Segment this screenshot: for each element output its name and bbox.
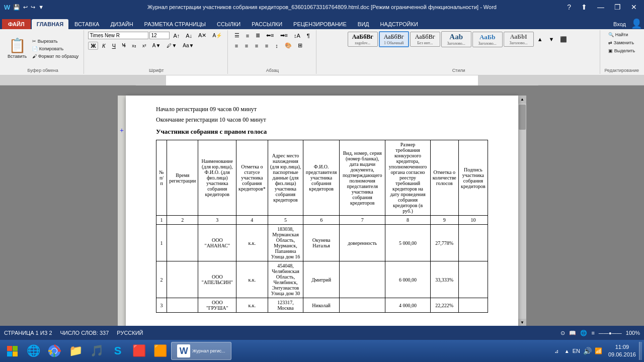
align-left-btn[interactable]: ≡ [232, 42, 241, 50]
start-btn[interactable] [2, 342, 22, 360]
justify-btn[interactable]: ≡ [262, 42, 271, 50]
scroll-thumb[interactable] [519, 105, 526, 130]
sort-btn[interactable]: ↕A [291, 32, 303, 40]
shading-btn[interactable]: 🎨 [282, 41, 294, 50]
app1-btn[interactable]: 🟥 [129, 342, 149, 360]
quick-save-btn[interactable]: 💾 [13, 4, 20, 11]
minimize-btn[interactable]: — [594, 3, 607, 11]
numbering-btn[interactable]: ≡ [243, 32, 252, 40]
underline-btn[interactable]: Ч [109, 42, 118, 50]
replace-btn[interactable]: ⇄ Заменить [606, 39, 637, 46]
multilevel-btn[interactable]: ≣ [253, 31, 263, 40]
decrease-indent-btn[interactable]: ⬅≡ [264, 31, 276, 40]
media-btn[interactable]: 🎵 [87, 342, 107, 360]
notification-arrow[interactable]: ▲ [565, 348, 570, 354]
view-outline-btn[interactable]: ≡ [591, 330, 594, 336]
explorer-btn[interactable]: 📁 [65, 342, 86, 360]
font-name-input[interactable] [88, 32, 148, 39]
cut-btn[interactable]: ✂ Вырезать [30, 38, 80, 45]
num-7: 7 [339, 216, 385, 225]
bullets-btn[interactable]: ☰ [232, 31, 242, 40]
network-icon[interactable]: 📶 [595, 347, 602, 354]
styles-scroll-down[interactable]: ▼ [546, 35, 557, 43]
show-desktop-btn[interactable]: ⊿ [554, 348, 558, 354]
show-desktop-strip[interactable] [639, 342, 642, 360]
volume-icon[interactable]: 🔊 [583, 347, 592, 355]
view-web-btn[interactable]: 🌐 [580, 330, 587, 336]
superscript-btn[interactable]: x² [140, 42, 149, 49]
tab-view[interactable]: ВИД [353, 19, 374, 29]
signin-btn[interactable]: Вход [609, 19, 630, 29]
strikethrough-btn[interactable]: Ч̶ [119, 41, 128, 50]
align-right-btn[interactable]: ≡ [252, 42, 261, 50]
customize-btn[interactable]: ▼ [38, 4, 44, 10]
start-icon [5, 344, 19, 358]
change-case-btn[interactable]: Aa▼ [180, 42, 196, 49]
tab-mailings[interactable]: РАССЫЛКИ [247, 19, 287, 29]
styles-more[interactable]: ⬛ [557, 35, 570, 44]
paste-btn[interactable]: 📋 Вставить [5, 37, 29, 60]
ribbon: 📋 Вставить ✂ Вырезать 📄 Копировать 🖌 Фор… [0, 29, 644, 75]
section-title: Участники собрания с правом голоса [156, 128, 488, 136]
styles-scroll-up[interactable]: ▲ [535, 35, 545, 43]
highlight-btn[interactable]: 🖊▼ [164, 42, 179, 49]
tab-layout[interactable]: РАЗМЕТКА СТРАНИЦЫ [139, 19, 211, 29]
font-size-input[interactable] [149, 32, 170, 39]
title-bar-left: W 💾 ↩ ↪ ▼ [4, 4, 44, 11]
format-painter-btn[interactable]: 🖌 Формат по образцу [30, 53, 80, 60]
ie-btn[interactable]: 🌐 [23, 342, 43, 360]
style-normal[interactable]: АаБбВг 1 Обычный [379, 31, 409, 47]
undo-btn[interactable]: ↩ [23, 4, 28, 11]
row2-rep: Дмитрий [303, 261, 340, 298]
document-page[interactable]: Начало регистрации 09 часов 00 минут Око… [126, 96, 518, 337]
zoom-slider[interactable]: ——●—— [599, 330, 622, 336]
scroll-up-btn[interactable]: ▲ [518, 96, 526, 104]
help-btn[interactable]: ? [564, 3, 574, 11]
style-heading2[interactable]: АаБb Заголово... [472, 32, 503, 47]
subscript-btn[interactable]: x₂ [129, 42, 139, 49]
find-btn[interactable]: 🔍 Найти [606, 31, 637, 38]
restore-btn[interactable]: ❐ [611, 3, 624, 11]
clear-format-btn[interactable]: A✕ [196, 31, 209, 40]
view-print-btn[interactable]: 📖 [569, 330, 576, 336]
bold-btn[interactable]: Ж [88, 42, 98, 50]
copy-btn[interactable]: 📄 Копировать [30, 45, 80, 52]
document-area[interactable]: + Начало регистрации 09 часов 00 минут О… [0, 85, 644, 337]
text-effects-btn[interactable]: A⚡ [210, 32, 224, 39]
tab-addins[interactable]: НАДСТРОЙКИ [375, 19, 423, 29]
skype-btn[interactable]: S [108, 342, 128, 360]
style-zagolov[interactable]: АаБбВг zagolov... [348, 32, 378, 47]
row1-votes: 27,778% [430, 225, 458, 261]
app2-btn[interactable]: 🟧 [150, 342, 170, 360]
tab-references[interactable]: ССЫЛКИ [212, 19, 246, 29]
italic-btn[interactable]: К [99, 42, 108, 50]
chrome-btn[interactable] [44, 342, 64, 360]
right-scrollbar[interactable]: ▲ ▼ [518, 96, 526, 327]
tab-home[interactable]: ГЛАВНАЯ [32, 19, 68, 29]
shrink-font-btn[interactable]: A↓ [183, 32, 195, 40]
line-spacing-btn[interactable]: ↕ [272, 42, 281, 50]
increase-indent-btn[interactable]: ➡≡ [278, 31, 290, 40]
borders-btn[interactable]: ⊞ [295, 41, 305, 50]
align-center-btn[interactable]: ≡ [242, 42, 251, 50]
lang-indicator[interactable]: EN [573, 348, 580, 354]
style-heading1[interactable]: Аab Заголово... [441, 31, 471, 47]
close-btn[interactable]: ✕ [628, 3, 640, 11]
tab-insert[interactable]: ВСТАВКА [69, 19, 104, 29]
show-marks-btn[interactable]: ¶ [304, 32, 313, 40]
select-btn[interactable]: ▣ Выделить [606, 47, 637, 54]
clock[interactable]: 11:09 09.06.2016 [608, 343, 636, 359]
tab-design[interactable]: ДИЗАЙН [105, 19, 138, 29]
grow-font-btn[interactable]: A↑ [171, 32, 182, 40]
col-signature: Подпись участника собрания кредиторов [458, 140, 488, 216]
style-heading3[interactable]: АаБbI Заголово... [504, 32, 534, 47]
add-content-btn[interactable]: + [120, 127, 124, 135]
ribbon-collapse-btn[interactable]: ⬆ [578, 3, 590, 11]
font-color-btn[interactable]: A▼ [150, 42, 164, 49]
tab-review[interactable]: РЕЦЕНЗИРОВАНИЕ [288, 19, 352, 29]
style-no-spacing[interactable]: АаБбВг Без инт... [410, 32, 440, 47]
tab-file[interactable]: ФАЙЛ [2, 19, 31, 29]
word-taskbar-btn[interactable]: W Журнал регис... [171, 342, 231, 360]
redo-btn[interactable]: ↪ [31, 4, 35, 11]
ribbon-tabs: ФАЙЛ ГЛАВНАЯ ВСТАВКА ДИЗАЙН РАЗМЕТКА СТР… [0, 14, 644, 29]
